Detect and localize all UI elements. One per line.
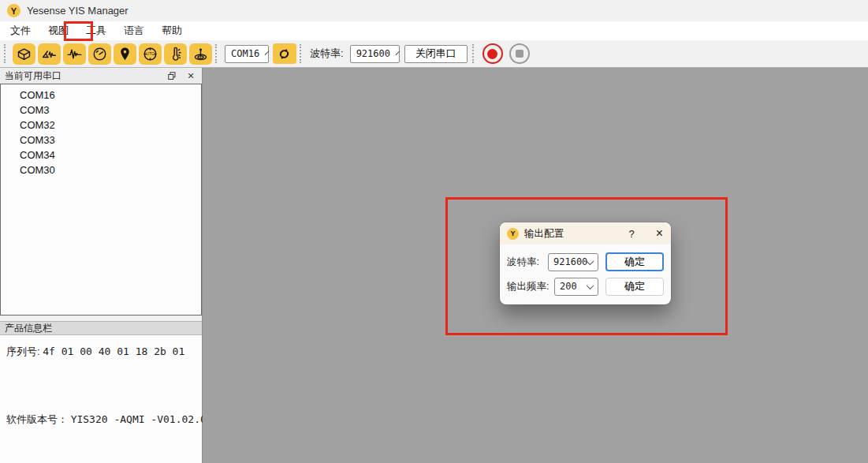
dialog-logo-icon: Y <box>507 228 519 240</box>
toolbar: UTC COM16 <box>0 40 868 68</box>
output-rate-config-row: 输出频率: 200 确定 <box>507 277 664 296</box>
output-config-dialog: Y 输出配置 ? × 波特率: 921600 确定 输出频率: 200 确定 <box>500 222 671 304</box>
app-logo-icon: Y <box>7 4 20 17</box>
window-titlebar: Y Yesense YIS Manager <box>0 0 868 21</box>
cube-3d-icon <box>16 46 32 62</box>
baud-rate-label: 波特率: <box>310 47 344 61</box>
location-pin-button[interactable] <box>114 43 136 65</box>
utc-clock-button[interactable]: UTC <box>139 43 162 65</box>
cube-3d-button[interactable] <box>13 43 35 65</box>
gauge-button[interactable] <box>88 43 111 65</box>
menu-language[interactable]: 语言 <box>115 21 153 40</box>
dialog-title: 输出配置 <box>524 227 564 241</box>
software-version-row: 软件版本号： YIS320 -AQMI -V01.02.03; <box>6 413 196 427</box>
port-list-item[interactable]: COM33 <box>1 133 201 147</box>
dialog-baud-value: 921600 <box>553 256 587 267</box>
baud-rate-select[interactable]: 921600 <box>350 45 400 63</box>
dialog-rate-value: 200 <box>560 281 577 292</box>
software-version-label: 软件版本号： <box>6 413 68 425</box>
menu-file[interactable]: 文件 <box>2 21 39 40</box>
dock-float-button[interactable] <box>166 70 178 82</box>
stop-icon <box>516 50 523 58</box>
dialog-titlebar: Y 输出配置 ? × <box>500 222 671 245</box>
stop-button[interactable] <box>509 43 530 64</box>
port-list-item[interactable]: COM3 <box>1 103 201 118</box>
refresh-ports-button[interactable] <box>273 43 296 64</box>
dialog-rate-label: 输出频率: <box>507 280 549 293</box>
menubar: 文件 视图 工具 语言 帮助 <box>0 21 868 40</box>
dock-title: 当前可用串口 <box>5 69 61 83</box>
available-ports-list: COM16 COM3 COM32 COM33 COM34 COM30 <box>0 84 202 316</box>
menu-help[interactable]: 帮助 <box>153 21 191 40</box>
baud-rate-config-row: 波特率: 921600 确定 <box>507 252 664 271</box>
waveform-icon <box>66 46 83 62</box>
refresh-icon <box>276 46 292 62</box>
record-button[interactable] <box>482 43 503 64</box>
angle-waveform-button[interactable] <box>38 43 61 65</box>
serial-number-label: 序列号: <box>6 345 40 357</box>
chevron-down-icon <box>396 50 400 55</box>
gauge-icon <box>91 46 108 62</box>
chevron-down-icon <box>587 282 594 289</box>
com-port-select[interactable]: COM16 <box>225 45 269 63</box>
software-version-value: YIS320 -AQMI -V01.02.03; <box>71 413 219 425</box>
port-list-item[interactable]: COM30 <box>1 162 201 177</box>
float-window-icon <box>167 71 177 80</box>
serial-number-value: 4f 01 00 40 01 18 2b 01 <box>43 345 184 357</box>
dialog-close-button[interactable]: × <box>656 228 663 239</box>
product-info-title: 产品信息栏 <box>5 322 52 335</box>
baud-rate-value: 921600 <box>356 48 390 59</box>
serial-number-row: 序列号: 4f 01 00 40 01 18 2b 01 <box>6 345 196 359</box>
product-info-area: 序列号: 4f 01 00 40 01 18 2b 01 软件版本号： YIS3… <box>0 335 202 463</box>
toolbar-drag-handle[interactable] <box>4 44 8 63</box>
menu-view[interactable]: 视图 <box>39 21 77 40</box>
toolbar-drag-handle[interactable] <box>300 44 304 63</box>
angle-waveform-icon <box>41 46 58 62</box>
toolbar-drag-handle[interactable] <box>215 44 219 63</box>
dock-close-button[interactable]: × <box>184 70 197 82</box>
close-serial-button[interactable]: 关闭串口 <box>404 45 468 63</box>
app-body: 当前可用串口 × COM16 COM3 COM32 COM33 COM34 CO… <box>0 68 868 463</box>
serial-port-dock: 当前可用串口 × COM16 COM3 COM32 COM33 COM34 CO… <box>0 68 203 463</box>
port-list-item[interactable]: COM34 <box>1 147 201 162</box>
chevron-down-icon <box>265 50 270 55</box>
dialog-body: 波特率: 921600 确定 输出频率: 200 确定 <box>500 245 671 296</box>
thermometer-icon <box>167 46 184 62</box>
dialog-help-button[interactable]: ? <box>628 228 634 240</box>
record-icon <box>487 49 497 59</box>
toolbar-drag-handle[interactable] <box>472 44 476 63</box>
window-title: Yesense YIS Manager <box>27 5 129 17</box>
menu-tools[interactable]: 工具 <box>77 21 115 40</box>
port-list-item[interactable]: COM32 <box>1 118 201 133</box>
baud-ok-button[interactable]: 确定 <box>605 252 664 271</box>
probe-button[interactable] <box>189 43 212 65</box>
svg-text:UTC: UTC <box>146 50 155 55</box>
utc-clock-icon: UTC <box>142 46 158 62</box>
dialog-rate-select[interactable]: 200 <box>554 278 598 296</box>
dock-header: 当前可用串口 × <box>0 68 202 84</box>
com-port-value: COM16 <box>231 48 259 59</box>
waveform-button[interactable] <box>63 43 86 65</box>
port-list-item[interactable]: COM16 <box>1 88 201 103</box>
product-info-header: 产品信息栏 <box>0 321 202 335</box>
thermometer-button[interactable] <box>164 43 187 65</box>
dialog-baud-label: 波特率: <box>507 256 539 269</box>
probe-icon <box>192 46 209 62</box>
dialog-baud-select[interactable]: 921600 <box>548 253 598 271</box>
rate-ok-button[interactable]: 确定 <box>605 278 664 296</box>
location-pin-icon <box>117 46 133 62</box>
app-window: Y Yesense YIS Manager 文件 视图 工具 语言 帮助 <box>0 0 868 463</box>
